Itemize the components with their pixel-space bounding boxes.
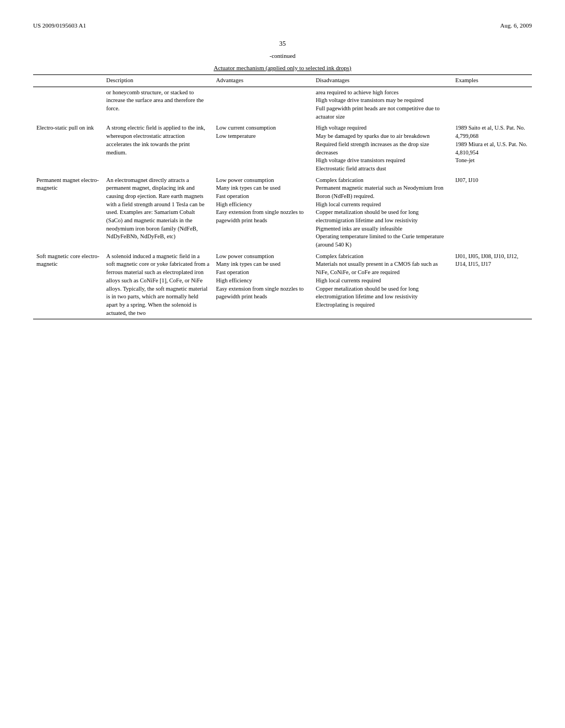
row-disadvantages: High voltage requiredMay be damaged by s… <box>312 122 452 174</box>
publication-date: Aug. 6, 2009 <box>500 22 532 29</box>
row-description: A strong electric field is applied to th… <box>103 122 213 174</box>
table-row: or honeycomb structure, or stacked to in… <box>33 87 532 122</box>
row-disadvantages: area required to achieve high forcesHigh… <box>312 87 452 122</box>
row-label: Soft magnetic core electro-magnetic <box>33 251 103 319</box>
row-advantages <box>212 87 312 122</box>
row-examples: 1989 Saito et al, U.S. Pat. No. 4,799,06… <box>452 122 532 174</box>
table-row: Soft magnetic core electro-magnetic A so… <box>33 251 532 319</box>
col-header-examples: Examples <box>452 75 532 87</box>
col-header-description: Description <box>103 75 213 87</box>
row-label <box>33 87 103 122</box>
actuator-table-container: Actuator mechanism (applied only to sele… <box>33 65 532 319</box>
actuator-table: Description Advantages Disadvantages Exa… <box>33 74 532 319</box>
patent-number: US 2009/0195603 A1 <box>33 22 86 29</box>
row-examples <box>452 87 532 122</box>
page-number: 35 <box>33 40 532 48</box>
row-disadvantages: Complex fabricationPermanent magnetic ma… <box>312 175 452 251</box>
col-header-label <box>33 75 103 87</box>
col-header-disadvantages: Disadvantages <box>312 75 452 87</box>
row-description: or honeycomb structure, or stacked to in… <box>103 87 213 122</box>
row-label: Electro-static pull on ink <box>33 122 103 174</box>
row-examples: IJ01, IJ05, IJ08, IJ10, IJ12, IJ14, IJ15… <box>452 251 532 319</box>
continued-label: -continued <box>33 52 532 59</box>
table-row: Permanent magnet electro-magnetic An ele… <box>33 175 532 251</box>
table-row: Electro-static pull on ink A strong elec… <box>33 122 532 174</box>
row-disadvantages: Complex fabricationMaterials not usually… <box>312 251 452 319</box>
row-advantages: Low current consumptionLow temperature <box>212 122 312 174</box>
row-advantages: Low power consumptionMany ink types can … <box>212 251 312 319</box>
row-advantages: Low power consumptionMany ink types can … <box>212 175 312 251</box>
row-label: Permanent magnet electro-magnetic <box>33 175 103 251</box>
row-examples: IJ07, IJ10 <box>452 175 532 251</box>
table-title: Actuator mechanism (applied only to sele… <box>33 65 532 71</box>
row-description: An electromagnet directly attracts a per… <box>103 175 213 251</box>
row-description: A solenoid induced a magnetic field in a… <box>103 251 213 319</box>
col-header-advantages: Advantages <box>212 75 312 87</box>
